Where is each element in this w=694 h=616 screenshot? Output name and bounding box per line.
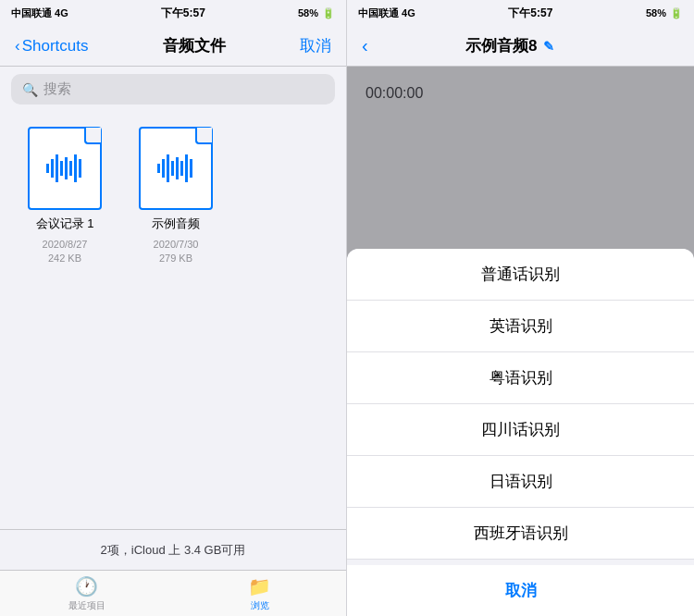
svg-rect-1 [51, 159, 54, 178]
left-carrier: 中国联通 4G [11, 6, 68, 20]
action-cantonese[interactable]: 粤语识别 [347, 352, 694, 404]
left-status-time: 下午5:57 [161, 6, 205, 21]
recents-icon: 🕐 [75, 575, 98, 598]
svg-rect-11 [171, 161, 174, 176]
file-icon-1 [28, 127, 102, 210]
file-meta-2: 2020/7/30279 KB [154, 238, 199, 266]
files-grid: 会议记录 1 2020/8/27242 KB 示例音频 [0, 112, 346, 529]
right-battery-icon: 🔋 [670, 7, 683, 19]
waveform-icon-1 [42, 150, 88, 187]
file-name-1: 会议记录 1 [36, 216, 94, 232]
edit-icon[interactable]: ✎ [543, 39, 554, 54]
svg-rect-7 [79, 159, 81, 178]
tab-browse-label: 浏览 [251, 599, 269, 612]
left-battery: 58% [298, 7, 318, 18]
left-nav-bar: ‹ Shortcuts 音频文件 取消 [0, 26, 346, 67]
svg-rect-4 [65, 157, 68, 179]
right-nav-bar: ‹ 示例音频8 ✎ [347, 26, 694, 67]
tab-recents[interactable]: 🕐 最近项目 [0, 575, 173, 612]
svg-rect-0 [46, 164, 49, 173]
chevron-left-icon: ‹ [15, 37, 20, 55]
file-item-1[interactable]: 会议记录 1 2020/8/27242 KB [19, 127, 111, 266]
search-input-container[interactable]: 🔍 搜索 [11, 74, 335, 105]
svg-rect-8 [157, 164, 160, 173]
tab-bar: 🕐 最近项目 📁 浏览 [0, 570, 346, 616]
action-sichuan[interactable]: 四川话识别 [347, 404, 694, 456]
svg-rect-3 [60, 161, 63, 176]
right-status-time: 下午5:57 [508, 6, 552, 21]
storage-info: 2项，iCloud 上 3.4 GB可用 [101, 542, 246, 559]
file-name-2: 示例音频 [152, 216, 200, 232]
action-japanese[interactable]: 日语识别 [347, 456, 694, 508]
action-sheet-overlay: 普通话识别 英语识别 粤语识别 四川话识别 日语识别 西班牙语识别 取消 [347, 67, 694, 616]
svg-rect-15 [190, 159, 192, 178]
browse-icon: 📁 [248, 575, 271, 598]
bottom-info-bar: 2项，iCloud 上 3.4 GB可用 [0, 529, 346, 570]
right-status-bar: 中国联通 4G 下午5:57 58% 🔋 [347, 0, 694, 26]
search-bar: 🔍 搜索 [0, 67, 346, 112]
svg-rect-9 [162, 159, 165, 178]
cancel-button[interactable]: 取消 [300, 35, 331, 56]
action-sheet: 普通话识别 英语识别 粤语识别 四川话识别 日语识别 西班牙语识别 取消 [347, 249, 694, 616]
back-button[interactable]: ‹ Shortcuts [15, 37, 88, 55]
search-icon: 🔍 [22, 82, 38, 97]
left-status-left: 中国联通 4G [11, 6, 68, 20]
search-placeholder: 搜索 [43, 80, 71, 98]
right-nav-title: 示例音频8 ✎ [465, 35, 553, 56]
right-battery: 58% [646, 7, 666, 18]
right-carrier: 中国联通 4G [358, 6, 415, 20]
right-status-left: 中国联通 4G [358, 6, 415, 20]
right-back-button[interactable]: ‹ [362, 35, 368, 56]
svg-rect-13 [180, 161, 183, 176]
audio-content: 00:00:00 普通话识别 英语识别 粤语识别 四川话识别 日语识别 西班牙语… [347, 67, 694, 616]
action-english[interactable]: 英语识别 [347, 301, 694, 352]
left-status-bar: 中国联通 4G 下午5:57 58% 🔋 [0, 0, 346, 26]
right-panel: 中国联通 4G 下午5:57 58% 🔋 ‹ 示例音频8 ✎ 00:00:00 … [347, 0, 694, 616]
waveform-icon-2 [153, 150, 199, 187]
action-spanish[interactable]: 西班牙语识别 [347, 508, 694, 560]
svg-rect-2 [56, 154, 58, 182]
file-meta-1: 2020/8/27242 KB [43, 238, 88, 266]
battery-icon: 🔋 [322, 7, 335, 19]
action-cancel[interactable]: 取消 [347, 560, 694, 616]
back-label: Shortcuts [22, 37, 89, 55]
svg-rect-6 [74, 154, 77, 182]
svg-rect-12 [176, 157, 179, 179]
file-item-2[interactable]: 示例音频 2020/7/30279 KB [130, 127, 222, 266]
tab-browse[interactable]: 📁 浏览 [173, 575, 346, 612]
file-icon-2 [139, 127, 213, 210]
right-status-right: 58% 🔋 [646, 7, 683, 19]
nav-title: 音频文件 [163, 35, 226, 56]
svg-rect-14 [185, 154, 188, 182]
svg-rect-5 [69, 161, 72, 176]
tab-recents-label: 最近项目 [68, 599, 105, 612]
left-status-right: 58% 🔋 [298, 7, 335, 19]
svg-rect-10 [167, 154, 169, 182]
left-panel: 中国联通 4G 下午5:57 58% 🔋 ‹ Shortcuts 音频文件 取消… [0, 0, 347, 616]
action-mandarin[interactable]: 普通话识别 [347, 249, 694, 301]
